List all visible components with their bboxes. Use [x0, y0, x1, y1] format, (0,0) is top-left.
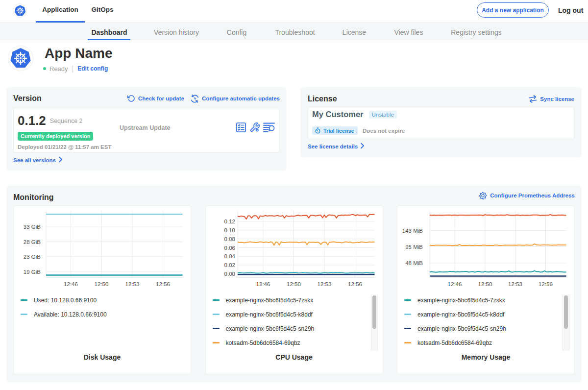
svg-text:12:53: 12:53: [125, 281, 140, 287]
svg-text:12:56: 12:56: [539, 281, 553, 287]
svg-text:0.08: 0.08: [224, 236, 235, 242]
svg-text:0.06: 0.06: [224, 245, 235, 251]
svg-text:12:50: 12:50: [478, 281, 492, 287]
svg-text:12:46: 12:46: [448, 281, 462, 287]
svg-text:12:53: 12:53: [317, 281, 331, 287]
svg-text:143 MiB: 143 MiB: [402, 228, 423, 234]
svg-text:0.00: 0.00: [224, 271, 235, 277]
svg-text:12:50: 12:50: [95, 281, 109, 287]
svg-text:33 GiB: 33 GiB: [24, 224, 41, 230]
svg-text:12:56: 12:56: [156, 281, 170, 287]
svg-text:12:50: 12:50: [287, 281, 301, 287]
svg-text:12:46: 12:46: [256, 281, 270, 287]
svg-text:0.04: 0.04: [224, 253, 235, 259]
svg-text:28 GiB: 28 GiB: [24, 239, 41, 245]
svg-text:12:56: 12:56: [348, 281, 362, 287]
svg-text:12:53: 12:53: [508, 281, 522, 287]
svg-text:23 GiB: 23 GiB: [24, 254, 41, 260]
svg-text:12:46: 12:46: [64, 281, 78, 287]
svg-text:19 GiB: 19 GiB: [24, 269, 41, 275]
svg-text:0.10: 0.10: [224, 227, 235, 233]
svg-text:0.12: 0.12: [224, 219, 235, 224]
svg-text:95 MiB: 95 MiB: [405, 244, 423, 250]
svg-text:0.02: 0.02: [224, 262, 235, 268]
svg-text:48 MiB: 48 MiB: [405, 260, 423, 266]
